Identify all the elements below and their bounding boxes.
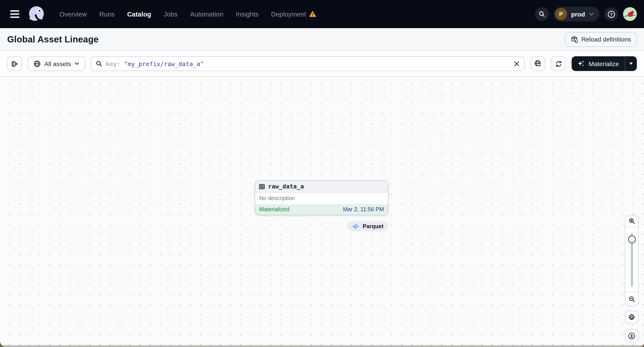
reload-definitions-label: Reload definitions <box>581 36 631 43</box>
help-icon: ? <box>607 10 615 18</box>
compute-kind-tag-parquet[interactable]: Parquet <box>348 221 388 231</box>
zoom-out-button[interactable] <box>625 292 638 306</box>
materialization-status: Materialized <box>259 206 290 213</box>
search-icon <box>538 11 545 17</box>
search-query-value: "my_prefix/raw_data_a" <box>124 60 204 67</box>
user-avatar[interactable] <box>623 7 637 21</box>
materialize-button[interactable]: Materialize <box>572 56 625 71</box>
asset-node-body: No description <box>255 192 388 204</box>
materialize-options-button[interactable] <box>625 56 637 71</box>
add-external-assets-button[interactable] <box>531 56 546 71</box>
nav-link-deployment-wrap[interactable]: Deployment <box>271 10 316 18</box>
search-icon <box>96 60 102 67</box>
graph-settings-button[interactable] <box>625 311 639 323</box>
asset-node-description: No description <box>259 195 295 201</box>
nav-link-jobs[interactable]: Jobs <box>164 10 178 18</box>
dagster-logo-icon[interactable] <box>27 4 46 24</box>
clear-search-icon[interactable] <box>514 60 520 67</box>
materialization-timestamp[interactable]: Mar 2, 11:56 PM <box>343 206 384 213</box>
table-icon <box>259 183 265 190</box>
gear-icon <box>628 313 636 321</box>
deployment-switcher[interactable]: P prod <box>554 7 599 21</box>
asset-scope-filter-label: All assets <box>44 60 71 67</box>
lineage-canvas[interactable]: raw_data_a No description Materialized M… <box>0 77 644 347</box>
zoom-slider-knob[interactable] <box>628 235 636 243</box>
global-search-button[interactable] <box>535 7 549 21</box>
primary-nav-links: Overview Runs Catalog Jobs Automation In… <box>60 10 316 18</box>
chevron-down-icon <box>589 12 594 16</box>
materialize-split-button: Materialize <box>572 56 637 71</box>
asset-node-status-row: Materialized Mar 2, 11:56 PM <box>255 204 388 215</box>
help-button[interactable]: ? <box>604 7 618 21</box>
refresh-icon <box>555 60 562 67</box>
nav-link-catalog[interactable]: Catalog <box>127 10 151 18</box>
globe-plus-icon <box>534 60 542 67</box>
asset-search-input[interactable]: key:"my_prefix/raw_data_a" <box>91 56 525 71</box>
asset-scope-filter-button[interactable]: All assets <box>28 56 85 71</box>
nav-link-automation[interactable]: Automation <box>190 10 224 18</box>
asset-node-header: raw_data_a <box>255 181 388 192</box>
nav-right-cluster: P prod ? <box>535 7 637 21</box>
zoom-in-button[interactable] <box>625 215 638 227</box>
top-navigation-bar: Overview Runs Catalog Jobs Automation In… <box>0 0 644 28</box>
nav-link-insights[interactable]: Insights <box>236 10 259 18</box>
refresh-button[interactable] <box>551 56 566 71</box>
nav-link-runs[interactable]: Runs <box>99 10 115 18</box>
zoom-control-group <box>625 215 639 306</box>
parquet-icon <box>352 223 360 229</box>
chevron-down-icon <box>75 62 79 65</box>
dagster-app-window: Overview Runs Catalog Jobs Automation In… <box>0 0 644 347</box>
screen: Overview Runs Catalog Jobs Automation In… <box>0 0 644 347</box>
page-title: Global Asset Lineage <box>7 34 98 44</box>
lineage-toolbar: All assets key:"my_prefix/raw_data_a" <box>0 51 644 77</box>
open-left-panel-button[interactable] <box>7 56 22 71</box>
zoom-out-icon <box>628 296 635 303</box>
page-header: Global Asset Lineage Reload definitions <box>0 28 644 51</box>
download-graph-button[interactable] <box>625 329 639 343</box>
caret-down-icon <box>629 62 633 65</box>
deployment-avatar: P <box>555 8 567 20</box>
warning-icon <box>309 11 316 17</box>
download-icon <box>628 332 636 340</box>
hamburger-menu-icon[interactable] <box>10 10 19 18</box>
nav-link-overview[interactable]: Overview <box>60 10 87 18</box>
canvas-controls-rail <box>625 215 639 343</box>
zoom-in-icon <box>628 218 635 225</box>
search-query-prefix: key: <box>106 60 120 67</box>
deployment-name: prod <box>571 10 585 18</box>
asset-node-raw-data-a[interactable]: raw_data_a No description Materialized M… <box>255 180 388 215</box>
panel-expand-icon <box>11 60 18 67</box>
nav-link-deployment[interactable]: Deployment <box>271 10 306 18</box>
globe-icon <box>34 60 41 67</box>
materialize-label: Materialize <box>589 60 619 67</box>
sparkles-icon <box>578 60 585 67</box>
compute-kind-tag-label: Parquet <box>363 223 384 229</box>
reload-definitions-button[interactable]: Reload definitions <box>565 32 637 47</box>
reload-definitions-icon <box>570 36 578 43</box>
zoom-slider[interactable] <box>625 227 638 292</box>
svg-text:?: ? <box>610 12 612 16</box>
canvas-bottom-shade <box>0 344 644 347</box>
asset-node-title: raw_data_a <box>268 183 304 190</box>
